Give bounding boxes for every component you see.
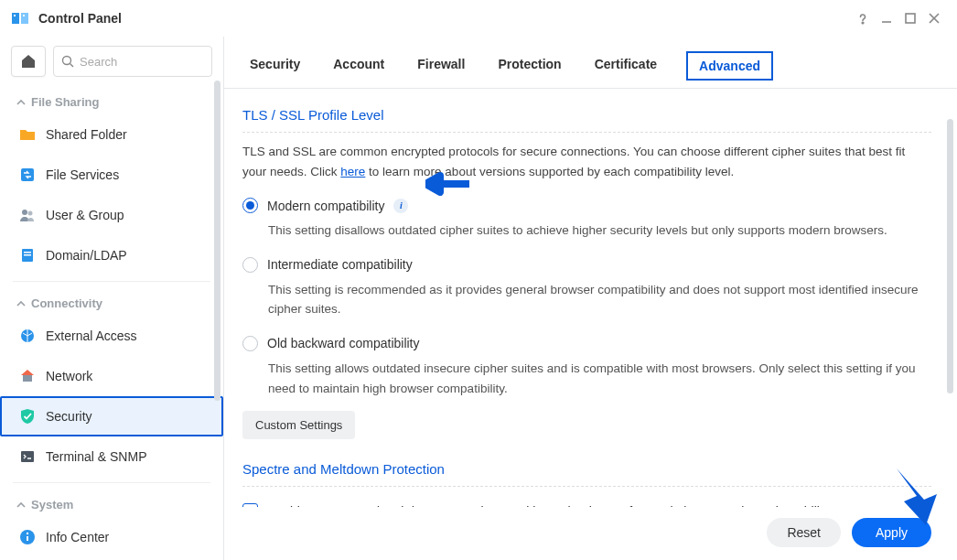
tab-advanced[interactable]: Advanced [686,51,773,81]
svg-rect-21 [27,536,28,541]
tab-protection[interactable]: Protection [494,51,565,88]
svg-rect-2 [14,15,16,16]
apply-button[interactable]: Apply [852,518,931,547]
chevron-up-icon [16,501,26,510]
chevron-up-icon [16,299,26,308]
app-icon [11,9,29,27]
terminal-icon [18,447,37,466]
sidebar-item-user-group[interactable]: User & Group [0,195,223,235]
file-swap-icon [18,166,37,184]
intermediate-compat-desc: This setting is recommended as it provid… [268,280,931,319]
svg-point-22 [27,533,28,534]
help-button[interactable] [851,6,875,30]
footer-buttons: Reset Apply [224,507,957,560]
svg-rect-3 [23,15,25,16]
home-button[interactable] [11,46,46,77]
svg-rect-18 [23,375,32,382]
sidebar-item-network[interactable]: Network [0,356,223,396]
section-system[interactable]: System [0,489,223,517]
sidebar: File Sharing Shared Folder File Services… [0,37,223,560]
network-icon [18,367,37,385]
spectre-section-title: Spectre and Meltdown Protection [242,456,931,487]
search-input[interactable] [80,55,204,69]
info-icon [18,528,37,546]
sidebar-item-security[interactable]: Security [0,396,223,436]
shield-icon [18,407,37,425]
svg-rect-11 [21,168,34,181]
reset-button[interactable]: Reset [767,518,841,547]
svg-rect-6 [906,14,915,23]
tls-description: TLS and SSL are common encrypted protoco… [242,142,931,181]
svg-rect-19 [21,451,34,462]
sidebar-item-domain-ldap[interactable]: Domain/LDAP [0,235,223,275]
content-scrollbar[interactable] [947,119,953,393]
divider [13,281,210,282]
radio-modern-compatibility[interactable]: Modern compatibility i [242,194,931,217]
tab-account[interactable]: Account [329,51,388,88]
search-input-wrap[interactable] [53,46,212,77]
old-compat-desc: This setting allows outdated insecure ci… [268,359,931,398]
divider [13,482,210,483]
section-file-sharing[interactable]: File Sharing [0,86,223,114]
radio-input[interactable] [242,198,258,213]
radio-intermediate-compatibility[interactable]: Intermediate compatibility [242,253,931,276]
tab-security[interactable]: Security [246,51,304,88]
custom-settings-button[interactable]: Custom Settings [242,411,355,439]
svg-point-9 [63,57,71,65]
tab-firewall[interactable]: Firewall [414,51,468,88]
svg-rect-0 [12,13,19,24]
globe-icon [18,327,37,345]
sidebar-item-file-services[interactable]: File Services [0,155,223,195]
modern-compat-desc: This setting disallows outdated cipher s… [268,221,931,241]
book-icon [18,246,37,264]
title-bar: Control Panel [0,0,957,37]
main-panel: Security Account Firewall Protection Cer… [224,37,957,560]
tls-here-link[interactable]: here [340,165,365,178]
svg-rect-16 [24,254,31,256]
minimize-button[interactable] [875,6,898,30]
sidebar-item-info-center[interactable]: Info Center [0,517,223,557]
folder-icon [18,125,37,144]
spectre-checkbox-row[interactable]: Enable Spectre and Meltdown protection t… [242,496,931,507]
maximize-button[interactable] [898,6,922,30]
svg-rect-1 [21,13,28,24]
close-button[interactable] [922,6,946,30]
info-icon[interactable]: i [393,199,408,213]
tab-certificate[interactable]: Certificate [591,51,661,88]
sidebar-item-terminal-snmp[interactable]: Terminal & SNMP [0,436,223,477]
window-title: Control Panel [38,11,122,26]
users-icon [18,206,37,224]
sidebar-scrollbar[interactable] [214,81,220,401]
radio-input[interactable] [242,257,258,273]
svg-point-4 [862,22,864,24]
search-icon [61,55,74,68]
sidebar-item-shared-folder[interactable]: Shared Folder [0,114,223,155]
sidebar-item-external-access[interactable]: External Access [0,316,223,356]
radio-old-compatibility[interactable]: Old backward compatibility [242,332,931,355]
tabs: Security Account Firewall Protection Cer… [224,37,957,89]
chevron-up-icon [16,98,26,107]
section-connectivity[interactable]: Connectivity [0,287,223,316]
tls-section-title: TLS / SSL Profile Level [242,102,931,133]
svg-rect-15 [24,252,31,253]
svg-line-10 [70,64,74,68]
svg-point-12 [22,210,27,215]
radio-input[interactable] [242,336,258,351]
svg-point-13 [28,211,33,216]
